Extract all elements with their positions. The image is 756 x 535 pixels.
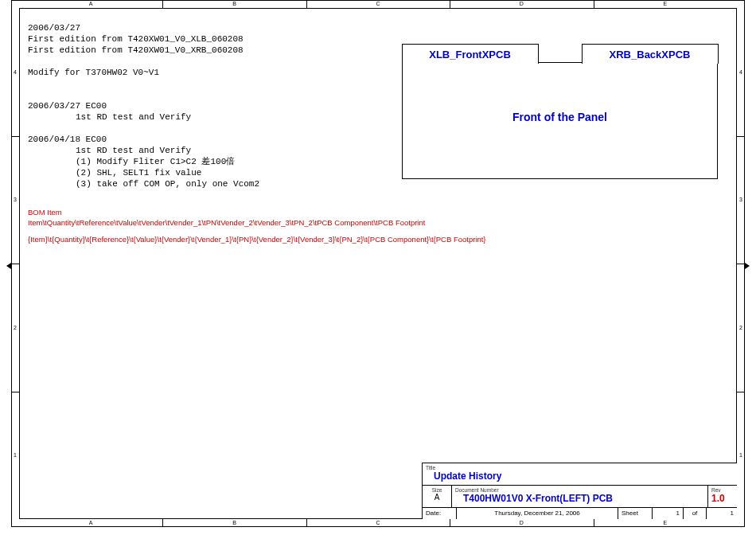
tb-docnum-label: Document Number <box>455 487 704 493</box>
ruler-col: C <box>376 1 380 6</box>
note-line: (1) Modify Fliter C1>C2 差100倍 <box>28 156 259 167</box>
ruler-col: A <box>89 520 93 525</box>
ruler-row: 2 <box>739 325 742 330</box>
tb-sheet-label: Sheet <box>618 508 653 519</box>
bom-line: BOM Item <box>28 207 486 217</box>
ruler-row: 2 <box>14 325 17 330</box>
tb-rev: 1.0 <box>711 493 725 504</box>
ruler-row: 3 <box>14 197 17 202</box>
bom-template: BOM Item Item\tQuantity\tReference\tValu… <box>28 207 486 244</box>
ruler-left: 4 3 2 1 <box>11 8 19 519</box>
tb-date: Thursday, December 21, 2006 <box>457 508 618 519</box>
revision-notes: 2006/03/27 First edition from T420XW01_V… <box>28 22 259 189</box>
ruler-row: 4 <box>14 69 17 75</box>
ruler-top: A B C D E <box>19 0 737 8</box>
tb-title: Update History <box>426 471 501 482</box>
arrow-left-icon <box>6 263 11 269</box>
panel-tab-left: XLB_FrontXPCB <box>402 44 539 64</box>
note-line: First edition from T420XW01_V0_XLB_06020… <box>28 33 259 45</box>
ruler-bottom: A B C D E <box>19 519 737 527</box>
bom-line: {Item}\t{Quantity}\t{Reference}\t{Value}… <box>28 234 486 244</box>
ruler-row: 1 <box>739 452 742 458</box>
ruler-col: C <box>376 520 380 525</box>
note-line: 1st RD test and Verify <box>28 145 259 156</box>
tb-date-label: Date: <box>423 508 457 519</box>
note-line: Modify for T370HW02 V0~V1 <box>28 67 259 78</box>
panel-tab-right: XRB_BackXPCB <box>582 44 719 64</box>
note-line: (3) take off COM OP, only one Vcom2 <box>28 178 259 189</box>
ruler-col: E <box>663 1 667 6</box>
note-line: 2006/03/27 EC00 <box>28 100 259 111</box>
tb-sheet-cur: 1 <box>653 508 684 519</box>
bom-line: Item\tQuantity\tReference\tValue\tVender… <box>28 217 486 228</box>
schematic-sheet: A B C D E A B C D E 4 3 2 1 4 3 2 1 2006… <box>0 0 756 535</box>
note-line: 2006/03/27 <box>28 22 259 33</box>
tb-rev-label: Rev <box>711 487 734 493</box>
note-line: (2) SHL, SELT1 fix value <box>28 167 259 178</box>
note-line: 1st RD test and Verify <box>28 111 259 123</box>
note-line: 2006/04/18 EC00 <box>28 134 259 145</box>
ruler-col: B <box>232 520 236 525</box>
ruler-col: B <box>232 1 236 6</box>
tb-sheet-tot: 1 <box>707 508 737 519</box>
ruler-col: A <box>89 1 93 6</box>
panel-tab-right-label: XRB_BackXPCB <box>610 49 691 61</box>
ruler-col: D <box>520 520 524 525</box>
tb-sheet-of: of <box>684 508 707 519</box>
arrow-right-icon <box>745 263 750 269</box>
ruler-col: E <box>663 520 667 525</box>
tb-size-label: Size <box>426 487 448 493</box>
ruler-row: 4 <box>739 69 742 75</box>
ruler-right: 4 3 2 1 <box>737 8 745 519</box>
title-block: Title Update History Size A Document Num… <box>422 463 737 519</box>
panel-diagram: XLB_FrontXPCB XRB_BackXPCB Front of the … <box>402 62 718 179</box>
note-line: First edition from T420XW01_V0_XRB_06020… <box>28 45 259 56</box>
panel-center-label: Front of the Panel <box>403 63 717 123</box>
tb-size: A <box>435 493 440 502</box>
tb-docnum: T400HW01V0 X-Front(LEFT) PCB <box>455 493 613 504</box>
tb-title-label: Title <box>426 465 734 471</box>
ruler-row: 1 <box>14 452 17 458</box>
panel-tab-left-label: XLB_FrontXPCB <box>429 49 511 61</box>
ruler-col: D <box>520 1 524 6</box>
ruler-row: 3 <box>739 197 742 202</box>
